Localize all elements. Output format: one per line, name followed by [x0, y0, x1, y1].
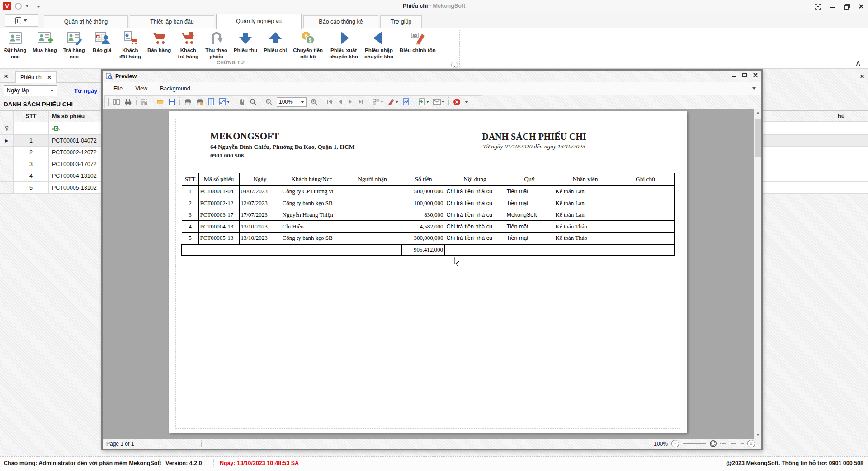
scroll-down-icon[interactable]: ▼ [754, 431, 761, 439]
preview-minimize-icon[interactable] [731, 73, 736, 77]
print-options-button[interactable] [196, 98, 203, 105]
tab-thiet-lap-ban-dau[interactable]: Thiết lập ban đầu [130, 15, 214, 28]
menu-view[interactable]: View [135, 86, 147, 92]
zoom-combobox[interactable]: 100% [277, 97, 307, 107]
zoom-in-button[interactable] [311, 98, 318, 105]
tab-quan-ly-nghiep-vu[interactable]: Quản lý nghiệp vụ [216, 14, 302, 29]
ribbon-item-thu-theo-phieu[interactable]: Thu theo phiếu [202, 29, 231, 61]
report-total-row: 905,412,000 [182, 244, 674, 255]
preview-window: Preview File View Background [101, 69, 763, 450]
restore-button[interactable] [842, 2, 852, 10]
report-column-header: Người nhận [343, 173, 402, 186]
preview-maximize-icon[interactable] [742, 73, 747, 77]
hand-tool-button[interactable] [238, 98, 245, 105]
ribbon-item-ban-hang[interactable]: Bán hàng [144, 29, 174, 54]
menu-file[interactable]: File [113, 86, 123, 92]
document-map-button[interactable] [113, 98, 120, 105]
preview-title-bar[interactable]: Preview [103, 71, 761, 82]
export-document-button[interactable] [418, 98, 429, 105]
preview-document-area[interactable]: MEKONGSOFT 64 Nguyễn Đình Chiểu, Phường … [103, 109, 761, 439]
tab-quan-tri-he-thong[interactable]: Quản trị hệ thống [44, 15, 128, 28]
grid-column-stt[interactable]: STT [14, 111, 49, 122]
scale-caret-icon[interactable] [227, 101, 230, 103]
last-page-button[interactable] [358, 99, 364, 105]
report-row: 5 PCT00005-13 13/10/2023 Công ty bánh kẹ… [182, 233, 674, 244]
company-name: MEKONGSOFT [210, 131, 354, 142]
ribbon-item-khach-dat-hang[interactable]: Khách đặt hàng [116, 29, 144, 61]
open-button[interactable] [156, 98, 164, 105]
menu-background[interactable]: Background [160, 86, 190, 92]
highlight-caret-icon[interactable] [396, 101, 398, 103]
toolbar-grip [108, 98, 109, 106]
customize-grid-button[interactable] [141, 98, 148, 105]
row-indicator [0, 182, 14, 193]
ribbon-item-dat-hang-ncc[interactable]: Đặt hàng ncc [1, 29, 29, 61]
tab-close-icon[interactable]: ✕ [47, 75, 51, 81]
email-caret-icon[interactable] [442, 101, 444, 103]
cart-return-icon [180, 30, 196, 46]
save-button[interactable] [168, 98, 175, 105]
close-button[interactable] [856, 2, 866, 10]
multiple-pages-button[interactable] [373, 98, 383, 105]
application-menu-button[interactable] [5, 14, 38, 27]
menubar-overflow-caret-icon[interactable] [752, 87, 756, 90]
fullscreen-button[interactable] [813, 2, 823, 10]
report-column-header: STT [182, 173, 198, 186]
zoom-slider-track[interactable] [683, 443, 706, 444]
zoom-out-slider-button[interactable]: − [671, 440, 679, 447]
next-page-button[interactable] [347, 99, 354, 105]
background-grid-header-fragment: hú [763, 110, 868, 122]
zoom-slider-knob[interactable] [710, 440, 717, 447]
version-label: Version: 4.2.0 [165, 460, 202, 466]
ribbon-item-bao-gia[interactable]: Báo giá [88, 29, 116, 54]
tab-tro-giup[interactable]: Trợ giúp [380, 15, 422, 28]
filter-equals-cell[interactable]: = [14, 122, 49, 134]
row-stt: 4 [14, 170, 49, 181]
pages-caret-icon[interactable] [381, 101, 383, 103]
scroll-up-icon[interactable]: ▲ [754, 109, 761, 116]
send-email-button[interactable] [433, 99, 444, 105]
right-panel-close-icon[interactable]: ✕ [860, 73, 864, 80]
ribbon-collapse-icon[interactable]: ᐱ [856, 61, 860, 67]
report-row: 2 PCT00002-12 12/07/2023 Công ty bánh kẹ… [182, 197, 674, 209]
preview-vertical-scrollbar[interactable]: ▲ ▼ [754, 109, 761, 439]
marker-edit-icon: ab [410, 30, 426, 46]
arrow-up-icon [267, 30, 283, 46]
ribbon-item-tra-hang-ncc[interactable]: Trả hàng ncc [60, 29, 88, 61]
tab-bao-cao-thong-ke[interactable]: Báo cáo thống kê [303, 15, 378, 28]
zoom-out-button[interactable] [265, 98, 273, 105]
ribbon-item-phieu-nhap-chuyen-kho[interactable]: Phiếu nhập chuyển kho [361, 29, 396, 61]
toolbar-overflow-caret-icon[interactable] [465, 101, 468, 103]
magnifier-button[interactable] [250, 98, 257, 105]
ribbon-item-phieu-xuat-chuyen-kho[interactable]: Phiếu xuất chuyển kho [326, 29, 361, 61]
document-tab-phieu-chi[interactable]: Phiếu chi ✕ [15, 71, 57, 83]
zoom-slider-track-right[interactable] [720, 443, 744, 444]
minimize-button[interactable] [827, 2, 837, 10]
close-all-tabs-icon[interactable]: ✕ [4, 73, 8, 80]
date-field-combobox[interactable]: Ngày lập [4, 85, 57, 96]
report-subtitle: Từ ngày 01/10/2020 đến ngày 13/10/2023 [404, 143, 664, 150]
exit-preview-button[interactable] [453, 98, 461, 106]
ribbon-item-khach-tra-hang[interactable]: Khách trả hàng [174, 29, 202, 61]
document-cart-icon [122, 30, 138, 46]
previous-page-button[interactable] [337, 99, 343, 105]
first-page-button[interactable] [326, 99, 333, 105]
page-setup-button[interactable] [208, 98, 215, 105]
scale-button[interactable] [219, 98, 230, 105]
scrollbar-thumb[interactable] [755, 119, 761, 157]
export-caret-icon[interactable] [426, 101, 429, 103]
ribbon-item-phieu-thu[interactable]: Phiếu thu [231, 29, 260, 54]
zoom-in-slider-button[interactable]: + [747, 440, 755, 447]
ribbon-item-phieu-chi[interactable]: Phiếu chi [260, 29, 290, 54]
status-separator [159, 459, 160, 467]
application-status-bar: Chào mừng: Administrator đến với phần mề… [0, 456, 868, 471]
ribbon-item-mua-hang[interactable]: Mua hàng [29, 29, 60, 54]
print-button[interactable] [184, 98, 192, 105]
ribbon-item-dieu-chinh-ton[interactable]: ab Điều chỉnh tồn [396, 29, 439, 54]
watermark-button[interactable] [402, 98, 410, 105]
highlight-tool-button[interactable] [387, 98, 398, 105]
ribbon-item-chuyen-tien-noi-bo[interactable]: €$ Chuyển tiền nội bộ [290, 29, 326, 61]
search-binoculars-button[interactable] [124, 98, 132, 105]
preview-close-icon[interactable] [753, 73, 758, 77]
report-column-header: Mã số phiếu [198, 173, 239, 186]
